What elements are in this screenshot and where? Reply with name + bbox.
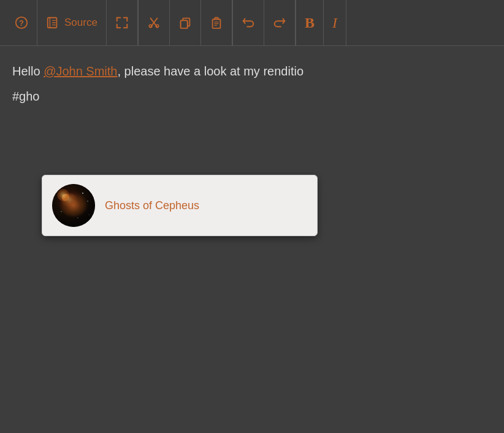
copy-icon — [178, 16, 192, 29]
bold-icon: B — [305, 15, 315, 31]
svg-point-20 — [77, 217, 78, 218]
undo-icon — [242, 16, 255, 29]
svg-point-15 — [61, 193, 78, 207]
bold-button[interactable]: B — [296, 0, 324, 45]
svg-rect-7 — [181, 20, 188, 28]
text-before-mention: Hello — [12, 64, 44, 78]
fullscreen-button[interactable] — [107, 0, 138, 45]
paste-icon — [210, 16, 223, 29]
svg-text:?: ? — [19, 18, 24, 28]
suggestion-name: Ghosts of Cepheus — [105, 199, 199, 212]
paste-button[interactable] — [201, 0, 232, 45]
suggestion-dropdown[interactable]: Ghosts of Cepheus — [42, 175, 318, 236]
source-icon — [46, 16, 59, 29]
help-button[interactable]: ? — [6, 0, 37, 45]
fullscreen-icon — [115, 16, 129, 29]
svg-point-17 — [82, 193, 83, 194]
svg-rect-9 — [214, 21, 218, 22]
cut-icon — [147, 16, 161, 29]
help-icon: ? — [15, 16, 28, 29]
svg-point-3 — [149, 25, 152, 28]
toolbar: ? Source — [0, 0, 504, 46]
italic-icon: I — [332, 15, 337, 31]
mention-link[interactable]: @John Smith — [44, 64, 117, 78]
svg-point-21 — [88, 214, 89, 215]
cut-button[interactable] — [139, 0, 170, 45]
hashtag-line: #gho — [12, 90, 492, 104]
italic-button[interactable]: I — [324, 0, 346, 45]
source-button[interactable]: Source — [37, 0, 107, 45]
suggestion-item[interactable]: Ghosts of Cepheus — [47, 180, 312, 231]
svg-point-19 — [61, 211, 62, 212]
redo-button[interactable] — [264, 0, 296, 45]
editor-text-line: Hello @John Smith, please have a look at… — [12, 64, 492, 79]
svg-rect-11 — [214, 25, 217, 26]
source-label: Source — [64, 17, 97, 29]
svg-point-14 — [58, 191, 89, 218]
redo-icon — [273, 16, 286, 29]
svg-point-18 — [87, 201, 88, 202]
svg-rect-10 — [214, 23, 218, 24]
copy-button[interactable] — [170, 0, 201, 45]
svg-point-4 — [156, 25, 159, 28]
suggestion-avatar — [52, 184, 95, 227]
editor-content[interactable]: Hello @John Smith, please have a look at… — [0, 46, 504, 433]
undo-button[interactable] — [233, 0, 264, 45]
text-after-mention: , please have a look at my renditio — [118, 64, 304, 78]
avatar-image — [52, 184, 95, 227]
editor-container: ? Source — [0, 0, 504, 433]
svg-point-16 — [62, 194, 69, 201]
hashtag-text: #gho — [12, 90, 40, 103]
